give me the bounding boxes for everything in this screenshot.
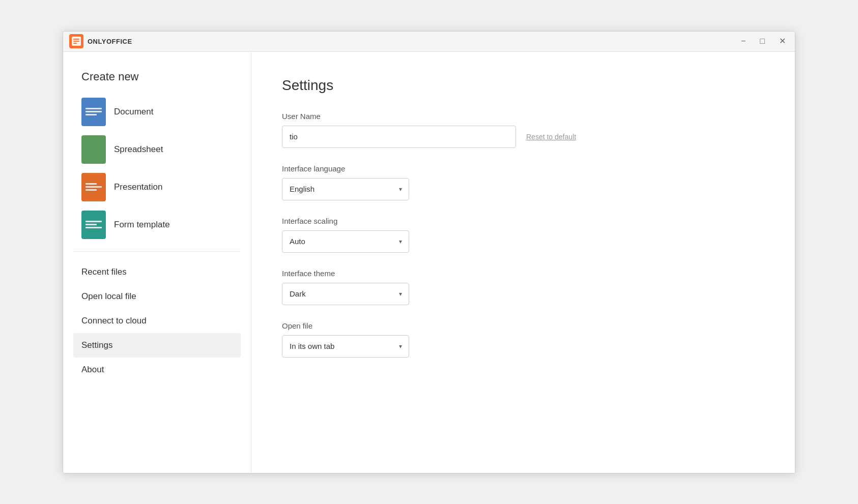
- app-body: Create new Document: [63, 52, 795, 473]
- interface-language-section: Interface language English French German…: [282, 164, 764, 200]
- sidebar-item-about[interactable]: About: [73, 358, 241, 382]
- create-presentation-item[interactable]: Presentation: [73, 169, 241, 205]
- svg-rect-2: [73, 39, 79, 40]
- create-form-template-item[interactable]: Form template: [73, 206, 241, 243]
- interface-scaling-section: Interface scaling Auto 75% 100% 125% 150…: [282, 217, 764, 253]
- app-window: ONLYOFFICE − □ ✕ Create new: [63, 31, 795, 473]
- presentation-icon: [81, 173, 106, 201]
- sidebar-item-settings[interactable]: Settings: [73, 333, 241, 358]
- create-new-title: Create new: [63, 52, 251, 94]
- user-name-label: User Name: [282, 112, 764, 121]
- svg-rect-4: [73, 43, 77, 44]
- sidebar-nav: Recent files Open local file Connect to …: [63, 260, 251, 382]
- interface-scaling-select[interactable]: Auto 75% 100% 125% 150% 175% 200%: [282, 230, 409, 253]
- open-file-label: Open file: [282, 321, 764, 330]
- open-file-wrapper: In its own tab In current window Ask eve…: [282, 335, 409, 358]
- svg-rect-3: [73, 41, 79, 42]
- form-template-icon: [81, 211, 106, 239]
- titlebar: ONLYOFFICE − □ ✕: [63, 32, 795, 52]
- form-template-label: Form template: [114, 220, 170, 230]
- user-name-row: Reset to default: [282, 126, 764, 148]
- window-controls: − □ ✕: [738, 35, 789, 47]
- presentation-label: Presentation: [114, 182, 162, 192]
- app-title: ONLYOFFICE: [88, 38, 132, 45]
- minimize-button[interactable]: −: [738, 35, 749, 47]
- user-name-input[interactable]: [282, 126, 516, 148]
- reset-to-default-button[interactable]: Reset to default: [526, 133, 576, 141]
- interface-language-select[interactable]: English French German Spanish Russian: [282, 178, 409, 200]
- interface-language-label: Interface language: [282, 164, 764, 173]
- close-button[interactable]: ✕: [776, 35, 789, 47]
- interface-scaling-wrapper: Auto 75% 100% 125% 150% 175% 200% ▾: [282, 230, 409, 253]
- interface-theme-label: Interface theme: [282, 269, 764, 278]
- onlyoffice-logo-icon: [69, 34, 83, 48]
- create-new-list: Document Spreadsheet: [63, 94, 251, 243]
- sidebar-item-open-local-file[interactable]: Open local file: [73, 284, 241, 309]
- spreadsheet-label: Spreadsheet: [114, 144, 163, 155]
- open-file-select[interactable]: In its own tab In current window Ask eve…: [282, 335, 409, 358]
- interface-theme-select[interactable]: Dark Light System Default: [282, 283, 409, 305]
- interface-language-wrapper: English French German Spanish Russian ▾: [282, 178, 409, 200]
- interface-theme-section: Interface theme Dark Light System Defaul…: [282, 269, 764, 305]
- open-file-section: Open file In its own tab In current wind…: [282, 321, 764, 358]
- maximize-button[interactable]: □: [757, 35, 768, 47]
- document-label: Document: [114, 107, 153, 117]
- user-name-section: User Name Reset to default: [282, 112, 764, 148]
- main-content: Settings User Name Reset to default Inte…: [251, 52, 795, 473]
- create-document-item[interactable]: Document: [73, 94, 241, 130]
- sidebar-divider: [73, 251, 241, 252]
- document-icon: [81, 98, 106, 126]
- sidebar-item-recent-files[interactable]: Recent files: [73, 260, 241, 284]
- sidebar-item-connect-to-cloud[interactable]: Connect to cloud: [73, 309, 241, 333]
- sidebar: Create new Document: [63, 52, 251, 473]
- settings-title: Settings: [282, 77, 764, 94]
- create-spreadsheet-item[interactable]: Spreadsheet: [73, 131, 241, 168]
- app-logo: ONLYOFFICE: [69, 34, 132, 48]
- spreadsheet-icon: [81, 135, 106, 164]
- interface-theme-wrapper: Dark Light System Default ▾: [282, 283, 409, 305]
- interface-scaling-label: Interface scaling: [282, 217, 764, 225]
